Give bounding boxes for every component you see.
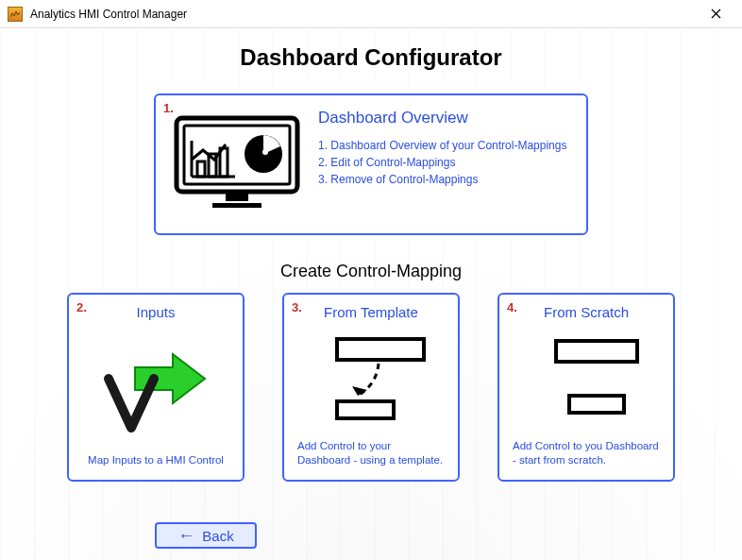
back-label: Back	[202, 528, 233, 544]
window-title: Analytics HMI Control Manager	[30, 8, 187, 21]
svg-rect-12	[337, 401, 394, 418]
scratch-desc: Add Control to you Dashboard - start fro…	[511, 435, 662, 468]
arrow-left-icon: ←	[177, 527, 194, 544]
overview-line-1: 1. Dashboard Overview of your Control-Ma…	[318, 137, 575, 154]
overview-line-2: 2. Edit of Control-Mappings	[318, 154, 575, 171]
section-heading: Create Control-Mapping	[17, 262, 725, 281]
svg-rect-8	[220, 148, 228, 177]
svg-rect-3	[212, 203, 261, 208]
card-number: 2.	[76, 300, 87, 314]
svg-rect-11	[337, 339, 424, 360]
inputs-arrow-icon	[80, 326, 231, 450]
back-button[interactable]: ← Back	[155, 522, 257, 549]
main-panel: Dashboard Configurator 1.	[0, 29, 742, 560]
inputs-title: Inputs	[80, 304, 231, 320]
card-dashboard-overview[interactable]: 1.	[154, 93, 588, 235]
scratch-title: From Scratch	[511, 304, 662, 320]
svg-rect-2	[226, 194, 248, 201]
monitor-chart-icon	[167, 107, 303, 220]
overview-line-3: 3. Remove of Control-Mappings	[318, 171, 575, 188]
overview-title: Dashboard Overview	[318, 109, 575, 127]
inputs-desc: Map Inputs to a HMI Control	[80, 450, 231, 468]
card-number: 4.	[507, 300, 517, 314]
card-number: 3.	[292, 300, 302, 314]
svg-rect-13	[556, 341, 637, 362]
page-title: Dashboard Configurator	[17, 44, 725, 71]
svg-rect-14	[569, 396, 624, 413]
svg-point-10	[262, 149, 268, 155]
template-title: From Template	[295, 304, 447, 320]
title-bar: Analytics HMI Control Manager	[0, 0, 742, 28]
template-icon	[295, 326, 447, 435]
close-button[interactable]	[697, 1, 734, 27]
scratch-icon	[511, 326, 662, 435]
card-from-template[interactable]: 3. From Template Add Control to your Das…	[282, 293, 460, 482]
svg-rect-6	[197, 161, 205, 177]
card-number: 1.	[163, 101, 174, 115]
card-inputs[interactable]: 2. Inputs Map Inputs to a HMI Control	[67, 293, 245, 482]
card-from-scratch[interactable]: 4. From Scratch Add Control to you Dashb…	[497, 293, 675, 482]
template-desc: Add Control to your Dashboard - using a …	[295, 435, 447, 468]
app-icon	[8, 7, 23, 22]
